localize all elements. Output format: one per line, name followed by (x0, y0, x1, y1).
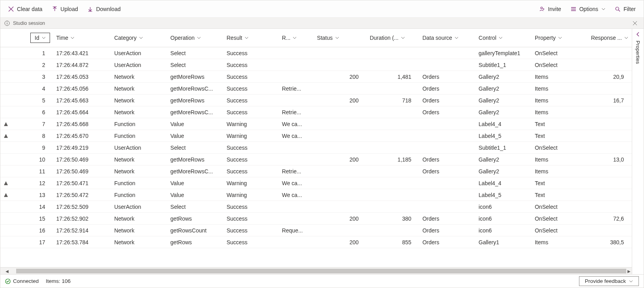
cell-id: 17 (15, 236, 53, 248)
horizontal-scrollbar[interactable]: ◀ ▶ (0, 267, 632, 274)
close-session-button[interactable] (630, 20, 640, 26)
table-row[interactable]: 217:26:44.872UserActionSelectSuccessSubt… (0, 59, 632, 71)
cell-id: 3 (15, 71, 53, 83)
cell-time: 17:26:52.914 (53, 225, 111, 236)
cell-rinfo (279, 236, 314, 248)
cell-category: Network (111, 165, 167, 177)
table-row[interactable]: 1017:26:50.469NetworkgetMoreRowsSuccess2… (0, 154, 632, 165)
chevron-down-icon (293, 36, 297, 40)
scroll-right-icon[interactable]: ▶ (626, 268, 632, 274)
col-status-header[interactable]: Status (317, 35, 364, 41)
cell-datasource (419, 130, 475, 142)
scrollbar-thumb[interactable] (16, 269, 626, 273)
upload-label: Upload (61, 6, 78, 12)
cell-control: galleryTemplate1 (475, 47, 532, 59)
warning-icon (0, 71, 15, 83)
col-duration-header[interactable]: Duration (... (370, 35, 416, 41)
cell-result: Success (223, 71, 278, 83)
cell-category: Network (111, 95, 167, 106)
cell-control: Subtitle1_1 (475, 59, 532, 71)
person-icon (539, 6, 545, 12)
cell-category: Network (111, 106, 167, 118)
col-datasource-header[interactable]: Data source (422, 35, 472, 41)
session-bar: Studio session (0, 18, 644, 29)
cell-property: Items (532, 236, 588, 248)
options-button[interactable]: Options (566, 2, 610, 16)
cell-response: 16,7 (588, 95, 632, 106)
download-label: Download (96, 6, 121, 12)
table-row[interactable]: 1617:26:52.914NetworkgetRowsCountSuccess… (0, 225, 632, 236)
cell-response (588, 165, 632, 177)
table-row[interactable]: 317:26:45.053NetworkgetMoreRowsSuccess20… (0, 71, 632, 83)
cell-control: Gallery2 (475, 165, 532, 177)
chevron-down-icon (455, 36, 458, 40)
info-icon (4, 20, 10, 26)
event-grid[interactable]: Id Time Category Operation Result R... S… (0, 29, 632, 267)
cell-result: Success (223, 106, 278, 118)
col-operation-header[interactable]: Operation (171, 35, 221, 41)
download-button[interactable]: Download (83, 2, 125, 16)
cell-response: 380,5 (588, 236, 632, 248)
cell-rinfo: Retrie... (279, 165, 314, 177)
cell-response (588, 59, 632, 71)
cell-time: 17:26:53.784 (53, 236, 111, 248)
table-row[interactable]: 1217:26:50.471FunctionValueWarningWe ca.… (0, 177, 632, 189)
upload-button[interactable]: Upload (47, 2, 83, 16)
table-row[interactable]: 517:26:45.663NetworkgetMoreRowsSuccess20… (0, 95, 632, 106)
col-control-header[interactable]: Control (479, 35, 529, 41)
col-rinfo-header[interactable]: R... (282, 35, 311, 41)
table-row[interactable]: 717:26:45.668FunctionValueWarningWe ca..… (0, 118, 632, 130)
cell-operation: getMoreRows (167, 154, 224, 165)
table-row[interactable]: 917:26:49.219UserActionSelectSuccessSubt… (0, 142, 632, 154)
table-row[interactable]: 1417:26:52.509UserActionSelectSuccessico… (0, 201, 632, 213)
cell-status: 200 (314, 236, 367, 248)
cell-result: Warning (223, 189, 278, 201)
upload-icon (52, 6, 58, 12)
cell-property: OnSelect (532, 213, 588, 225)
toolbar: Clear data Upload Download Invite Optio (0, 0, 644, 18)
col-id-header[interactable]: Id (30, 33, 50, 43)
cell-id: 10 (15, 154, 53, 165)
cell-datasource (419, 201, 475, 213)
cell-operation: getMoreRowsC... (167, 165, 224, 177)
filter-button[interactable]: Filter (610, 2, 640, 16)
table-row[interactable]: 417:26:45.056NetworkgetMoreRowsC...Succe… (0, 83, 632, 95)
cell-datasource: Orders (419, 236, 475, 248)
clear-data-button[interactable]: Clear data (4, 2, 47, 16)
cell-time: 17:26:45.664 (53, 106, 111, 118)
cell-property: Text (532, 189, 588, 201)
properties-panel-label[interactable]: Properties (635, 41, 641, 64)
cell-duration: 855 (367, 236, 419, 248)
table-row[interactable]: 117:26:43.421UserActionSelectSuccessgall… (0, 47, 632, 59)
cell-status (314, 142, 367, 154)
table-row[interactable]: 1717:26:53.784NetworkgetRowsSuccess20085… (0, 236, 632, 248)
cell-operation: getMoreRowsC... (167, 106, 224, 118)
column-header-row: Id Time Category Operation Result R... S… (0, 29, 632, 47)
cell-result: Success (223, 154, 278, 165)
provide-feedback-button[interactable]: Provide feedback (579, 276, 639, 286)
cell-time: 17:26:49.219 (53, 142, 111, 154)
invite-button[interactable]: Invite (535, 2, 566, 16)
cell-rinfo: We ca... (279, 130, 314, 142)
cell-property: Items (532, 95, 588, 106)
table-row[interactable]: 1517:26:52.902NetworkgetRowsSuccess20038… (0, 213, 632, 225)
cell-duration (367, 130, 419, 142)
cell-id: 2 (15, 59, 53, 71)
chevron-down-icon (139, 36, 143, 40)
table-row[interactable]: 1117:26:50.469NetworkgetMoreRowsC...Succ… (0, 165, 632, 177)
cell-time: 17:26:50.469 (53, 165, 111, 177)
scroll-left-icon[interactable]: ◀ (4, 268, 10, 274)
cell-time: 17:26:45.668 (53, 118, 111, 130)
col-result-header[interactable]: Result (226, 35, 275, 41)
cell-duration: 1,185 (367, 154, 419, 165)
table-row[interactable]: 817:26:45.670FunctionValueWarningWe ca..… (0, 130, 632, 142)
col-time-header[interactable]: Time (56, 35, 108, 41)
cell-operation: getMoreRows (167, 71, 224, 83)
col-category-header[interactable]: Category (114, 35, 164, 41)
table-row[interactable]: 1317:26:50.472FunctionValueWarningWe ca.… (0, 189, 632, 201)
cell-datasource (419, 47, 475, 59)
expand-panel-button[interactable] (636, 32, 640, 37)
table-row[interactable]: 617:26:45.664NetworkgetMoreRowsC...Succe… (0, 106, 632, 118)
col-property-header[interactable]: Property (535, 35, 585, 41)
col-response-header[interactable]: Response ... (591, 35, 629, 41)
